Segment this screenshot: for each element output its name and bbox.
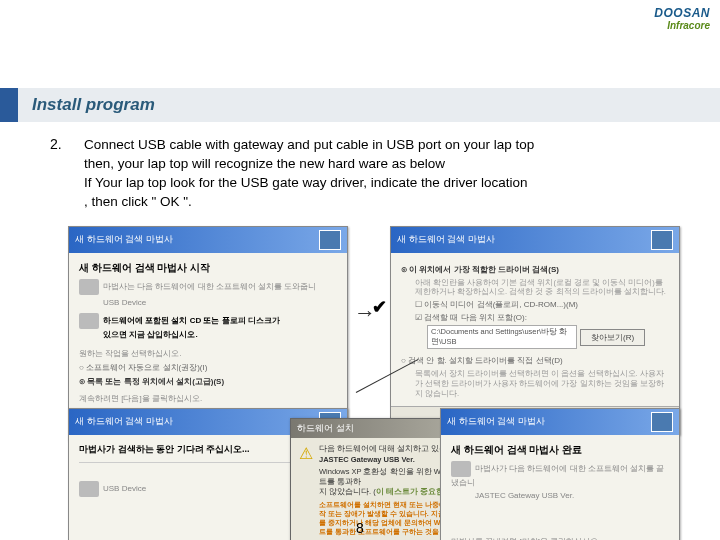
page-number: 8 <box>356 520 364 536</box>
cd-icon <box>79 313 99 329</box>
radio-search-location[interactable]: 이 위치에서 가장 적합한 드라이버 검색(S) <box>401 264 669 275</box>
wizard-title: 새 하드웨어 검색 마법사 <box>447 415 545 428</box>
brand-logo: DOOSAN Infracore <box>654 6 710 31</box>
device-icon <box>451 461 471 477</box>
radio-dont-search[interactable]: 검색 안 함. 설치할 드라이버를 직접 선택(D) <box>401 355 669 366</box>
device-icon <box>79 481 99 497</box>
step-block: 2. Connect USB cable with gateway and pu… <box>50 136 686 212</box>
checkbox-include-location[interactable]: 검색할 때 다음 위치 포함(O): <box>415 312 669 323</box>
wizard-icon <box>651 412 673 432</box>
wizard-search-options: 새 하드웨어 검색 마법사 이 위치에서 가장 적합한 드라이버 검색(S) 아… <box>390 226 680 436</box>
arrow-icon: → <box>354 300 376 326</box>
step-number: 2. <box>50 136 70 212</box>
title-accent <box>0 88 18 122</box>
brand-sub: Infracore <box>654 20 710 31</box>
wizard-title: 새 하드웨어 검색 마법사 <box>397 233 495 246</box>
step-text: Connect USB cable with gateway and put c… <box>84 136 534 212</box>
section-title-bar: Install program <box>0 88 720 122</box>
radio-list-location[interactable]: 목록 또는 특정 위치에서 설치(고급)(S) <box>79 376 337 387</box>
header: DOOSAN Infracore <box>0 0 720 60</box>
wizard-title: 새 하드웨어 검색 마법사 <box>75 233 173 246</box>
brand-main: DOOSAN <box>654 6 710 20</box>
browse-button[interactable]: 찾아보기(R) <box>580 329 645 346</box>
checkbox-removable-media[interactable]: 이동식 미디어 검색(플로피, CD-ROM...)(M) <box>415 299 669 310</box>
dialog-title: 하드웨어 설치 <box>297 422 354 435</box>
path-input[interactable]: C:\Documents and Settings\user\바탕 화면\USB <box>427 325 577 349</box>
warning-icon: ⚠ <box>299 444 313 464</box>
wizard-heading: 새 하드웨어 검색 마법사 시작 <box>79 261 337 275</box>
radio-auto-install[interactable]: 소프트웨어 자동으로 설치(권장)(I) <box>79 362 337 373</box>
section-title: Install program <box>32 95 155 115</box>
wizard-title: 새 하드웨어 검색 마법사 <box>75 415 173 428</box>
wizard-complete: 새 하드웨어 검색 마법사 새 하드웨어 검색 마법사 완료 마법사가 다음 하… <box>440 408 680 540</box>
wizard-icon <box>651 230 673 250</box>
wizard-icon <box>319 230 341 250</box>
device-icon <box>79 279 99 295</box>
